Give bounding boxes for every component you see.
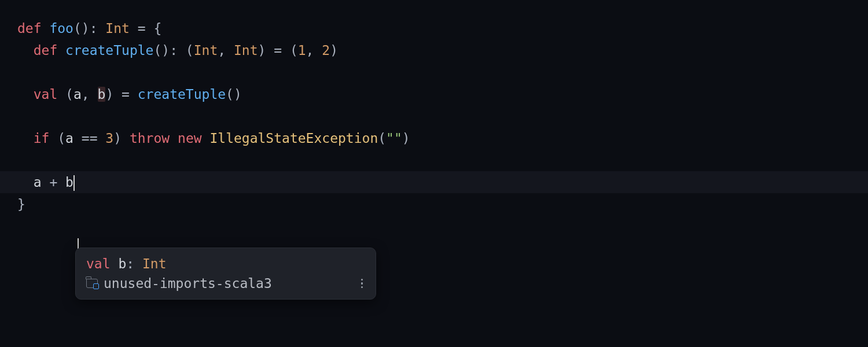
function-call: createTuple [138,87,226,102]
keyword-def: def [17,21,42,36]
function-name: createTuple [65,43,153,58]
tooltip-type: Int [142,256,167,271]
indent [17,87,34,102]
text-caret [73,175,75,191]
folder-icon [86,279,98,288]
colon: : [170,43,186,58]
number-literal: 2 [322,43,330,58]
space [170,131,178,146]
keyword-throw: throw [130,131,170,146]
indent [17,43,34,58]
comma: , [218,43,234,58]
indent [17,131,34,146]
lparen: ( [49,131,65,146]
more-actions-icon[interactable] [359,276,366,291]
lparen: ( [378,131,386,146]
tooltip-source-label: unused-imports-scala3 [104,276,272,291]
tooltip-identifier: b [111,256,127,271]
equals: = ( [266,43,297,58]
code-line-3[interactable]: val (a, b) = createTuple() [17,83,851,105]
class-name: IllegalStateException [209,131,378,146]
colon: : [126,256,142,271]
keyword-val: val [86,256,111,271]
rparen: ) [330,43,338,58]
string-literal: "" [386,131,402,146]
indent [17,175,34,190]
colon: : [90,21,106,36]
blank-line[interactable] [17,61,851,83]
keyword-val: val [34,87,58,102]
lparen: ( [57,87,73,102]
type-int: Int [234,43,258,58]
identifier-b: b [98,87,106,102]
code-line-6[interactable]: } [17,193,851,215]
tooltip-source-row: unused-imports-scala3 [86,276,365,291]
equals-op: == [73,131,105,146]
rparen: ) [402,131,410,146]
keyword-def: def [34,43,58,58]
rparen-equals: ) = [105,87,137,102]
equals-brace: = { [130,21,161,36]
hover-tooltip: val b: Int unused-imports-scala3 [75,248,376,300]
blank-line[interactable] [17,149,851,171]
parens: () [226,87,242,102]
code-line-2[interactable]: def createTuple(): (Int, Int) = (1, 2) [17,39,851,61]
keyword-new: new [178,131,202,146]
identifier-b: b [65,175,73,190]
lparen: ( [186,43,194,58]
code-editor[interactable]: def foo(): Int = { def createTuple(): (I… [0,0,868,215]
identifier-a: a [65,131,73,146]
parens: () [73,21,90,36]
close-brace: } [17,197,25,212]
rparen: ) [258,43,266,58]
identifier-a: a [34,175,42,190]
keyword-if: if [34,131,50,146]
number-literal: 1 [298,43,306,58]
parens: () [153,43,170,58]
function-name: foo [49,21,73,36]
identifier-a: a [73,87,82,102]
number-literal: 3 [105,131,113,146]
code-line-5-current[interactable]: a + b [0,171,868,193]
space [202,131,210,146]
blank-line[interactable] [17,105,851,127]
comma: , [306,43,322,58]
return-type: Int [105,21,130,36]
code-line-4[interactable]: if (a == 3) throw new IllegalStateExcept… [17,127,851,149]
type-int: Int [194,43,218,58]
code-line-1[interactable]: def foo(): Int = { [17,17,851,39]
tooltip-source[interactable]: unused-imports-scala3 [86,276,272,291]
rparen: ) [113,131,130,146]
plus-op: + [42,175,66,190]
tooltip-type-signature: val b: Int [86,256,365,271]
comma: , [82,87,98,102]
